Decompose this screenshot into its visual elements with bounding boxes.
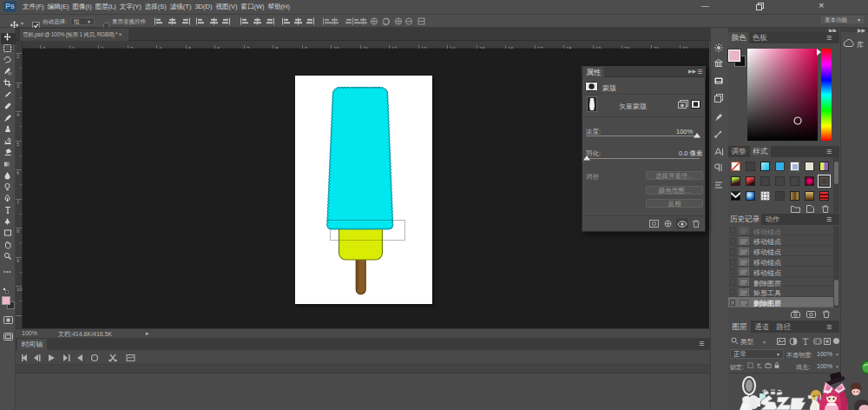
svg-text:5: 5 (16, 142, 20, 147)
svg-text:2: 2 (16, 54, 20, 59)
svg-text:9: 9 (16, 258, 20, 263)
svg-text:3: 3 (16, 83, 20, 89)
svg-text:8: 8 (16, 228, 20, 234)
svg-text:6: 6 (16, 170, 20, 175)
svg-text:7: 7 (16, 200, 20, 205)
svg-text:10: 10 (16, 287, 23, 292)
svg-text:4: 4 (16, 112, 20, 117)
